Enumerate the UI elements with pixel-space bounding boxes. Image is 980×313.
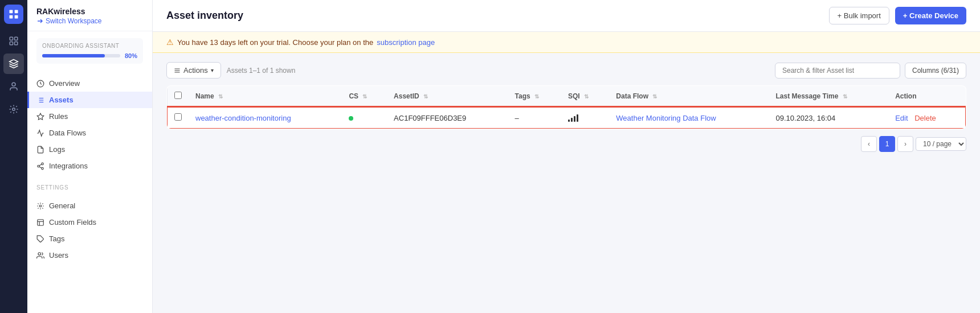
sidebar-item-data-flows[interactable]: Data Flows (27, 125, 152, 141)
row-sqi (561, 107, 609, 129)
settings-nav-icon[interactable] (3, 99, 24, 120)
svg-rect-5 (15, 37, 18, 40)
svg-point-17 (42, 163, 44, 165)
tags-sort-icon[interactable]: ⇅ (534, 93, 539, 100)
svg-rect-4 (10, 37, 13, 40)
svg-point-19 (42, 167, 44, 170)
sidebar-item-general[interactable]: General (27, 197, 152, 214)
row-checkbox[interactable] (174, 113, 182, 121)
svg-line-20 (39, 166, 42, 167)
workspace-name: RAKwireless (36, 7, 143, 16)
cs-status-dot (349, 116, 353, 121)
row-checkbox-cell[interactable] (167, 107, 189, 129)
col-asset-id: AssetID ⇅ (387, 86, 508, 108)
device-icon[interactable] (3, 53, 24, 74)
last-msg-sort-icon[interactable]: ⇅ (843, 93, 847, 100)
showing-text: Assets 1–1 of 1 shown (227, 67, 296, 75)
svg-point-9 (13, 108, 15, 111)
svg-rect-6 (10, 42, 13, 45)
progress-bar-bg (42, 54, 120, 57)
col-name: Name ⇅ (189, 86, 342, 108)
trial-message: You have 13 days left on your trial. Cho… (177, 38, 373, 47)
page-size-select[interactable]: 10 / page (916, 137, 966, 151)
row-cs (342, 107, 387, 129)
svg-point-22 (39, 205, 42, 207)
progress-bar-fill (42, 54, 105, 57)
dashboard-icon[interactable] (3, 31, 24, 51)
user-icon[interactable] (3, 76, 24, 97)
left-sidebar: RAKwireless Switch Workspace ONBOARDING … (27, 0, 153, 313)
logs-icon (36, 146, 44, 154)
custom-fields-icon (36, 219, 44, 226)
table-toolbar: Actions ▾ Assets 1–1 of 1 shown Columns … (166, 62, 966, 79)
sidebar-item-logs[interactable]: Logs (27, 141, 152, 158)
toolbar-right: Columns (6/31) (775, 63, 966, 79)
sidebar-item-assets[interactable]: Assets (27, 92, 152, 108)
select-all-header[interactable] (167, 86, 189, 108)
create-device-button[interactable]: + Create Device (895, 7, 966, 24)
asset-name-link[interactable]: weather-condition-monitoring (195, 114, 291, 122)
signal-bar-1 (568, 120, 570, 122)
row-asset-id: AC1F09FFFE06D3E9 (387, 107, 508, 129)
sqi-sort-icon[interactable]: ⇅ (584, 93, 589, 100)
sidebar-item-integrations[interactable]: Integrations (27, 158, 152, 174)
data-flow-sort-icon[interactable]: ⇅ (652, 93, 657, 100)
trial-banner: ⚠ You have 13 days left on your trial. C… (153, 32, 980, 53)
col-tags: Tags ⇅ (508, 86, 561, 108)
row-tags: – (508, 107, 561, 129)
svg-rect-7 (15, 42, 18, 45)
toolbar-left: Actions ▾ Assets 1–1 of 1 shown (166, 62, 295, 79)
col-cs: CS ⇅ (342, 86, 387, 108)
svg-point-18 (38, 165, 40, 167)
main-nav: Overview Assets Rules Data Flows Lo (27, 71, 152, 179)
switch-workspace-button[interactable]: Switch Workspace (36, 17, 143, 25)
integrations-icon (36, 162, 44, 170)
select-all-checkbox[interactable] (174, 92, 182, 99)
pagination: ‹ 1 › 10 / page (166, 136, 966, 152)
svg-rect-2 (10, 15, 13, 19)
next-page-button[interactable]: › (897, 136, 913, 152)
top-bar: Asset inventory + Bulk import + Create D… (153, 0, 980, 32)
sidebar-item-rules[interactable]: Rules (27, 108, 152, 125)
name-sort-icon[interactable]: ⇅ (218, 93, 223, 100)
data-flow-link[interactable]: Weather Monitoring Data Flow (616, 114, 716, 122)
assets-icon (36, 96, 44, 104)
edit-button[interactable]: Edit (895, 114, 908, 122)
settings-nav: General Custom Fields Tags Users (27, 193, 152, 268)
row-data-flow: Weather Monitoring Data Flow (609, 107, 769, 129)
svg-point-8 (12, 83, 15, 86)
signal-bar-3 (574, 116, 575, 122)
signal-bars (568, 114, 602, 122)
page-1-button[interactable]: 1 (879, 136, 895, 152)
actions-button[interactable]: Actions ▾ (166, 62, 221, 79)
app-logo[interactable] (4, 5, 23, 24)
sidebar-item-users[interactable]: Users (27, 247, 152, 263)
data-flows-icon (36, 129, 44, 137)
bulk-import-button[interactable]: + Bulk import (829, 7, 889, 24)
asset-table: Name ⇅ CS ⇅ AssetID ⇅ Tags ⇅ (166, 85, 966, 129)
actions-chevron: ▾ (211, 67, 214, 73)
rules-icon (36, 113, 44, 121)
signal-bar-2 (571, 118, 573, 122)
overview-icon (36, 80, 44, 88)
asset-id-sort-icon[interactable]: ⇅ (423, 93, 428, 100)
progress-pct: 80% (125, 52, 137, 59)
svg-point-27 (38, 252, 41, 255)
table-row: weather-condition-monitoring AC1F09FFFE0… (167, 107, 966, 129)
row-name: weather-condition-monitoring (189, 107, 342, 129)
signal-bar-4 (577, 114, 578, 122)
subscription-link[interactable]: subscription page (377, 38, 435, 47)
col-data-flow: Data Flow ⇅ (609, 86, 769, 108)
columns-button[interactable]: Columns (6/31) (905, 63, 966, 79)
sidebar-item-custom-fields[interactable]: Custom Fields (27, 214, 152, 230)
prev-page-button[interactable]: ‹ (861, 136, 877, 152)
onboarding-assistant: ONBOARDING ASSISTANT 80% (36, 38, 143, 64)
delete-button[interactable]: Delete (914, 114, 936, 122)
table-area: Actions ▾ Assets 1–1 of 1 shown Columns … (153, 53, 980, 313)
main-content: Asset inventory + Bulk import + Create D… (153, 0, 980, 313)
cs-sort-icon[interactable]: ⇅ (362, 93, 367, 100)
actions-icon (174, 67, 181, 74)
sidebar-item-overview[interactable]: Overview (27, 75, 152, 92)
search-input[interactable] (775, 63, 900, 79)
sidebar-item-tags[interactable]: Tags (27, 230, 152, 247)
